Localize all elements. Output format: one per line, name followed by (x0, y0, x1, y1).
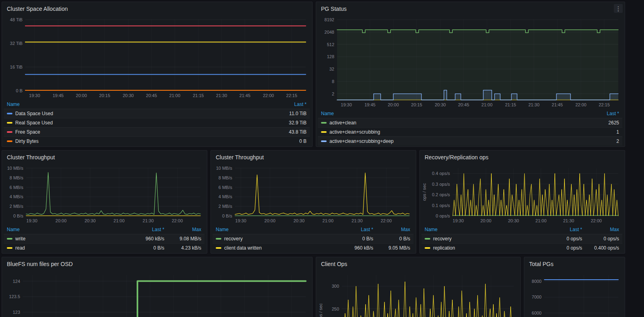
client-ops-chart[interactable]: 20025030019:3020:0020:3021:0021:3022:00o… (318, 271, 518, 317)
legend-col-name[interactable]: Name (321, 111, 575, 116)
legend-row: read 0 B/s 4.23 kB/s (4, 243, 204, 252)
legend-header: Name Last * Max (421, 225, 622, 234)
series-last-value: 960 kB/s (329, 245, 373, 251)
legend-header: Name Last * Max (213, 225, 413, 234)
series-name[interactable]: active+clean (329, 120, 356, 126)
pg-status-chart[interactable]: 28321285122048819219:3019:4520:0020:1520… (318, 16, 622, 109)
legend-row: active+clean+scrubbing 1 (318, 127, 622, 136)
series-name[interactable]: active+clean+scrubbing+deep (329, 138, 394, 144)
series-swatch[interactable] (216, 238, 221, 240)
series-swatch[interactable] (7, 122, 12, 124)
legend-col-name[interactable]: Name (216, 227, 329, 232)
series-max-value: 0.400 ops/s (582, 245, 619, 251)
series-swatch[interactable] (216, 247, 221, 249)
series-swatch[interactable] (321, 122, 327, 124)
panel-title[interactable]: Cluster Space Allocation (7, 6, 68, 12)
series-last-value: 960 kB/s (120, 236, 164, 242)
series-name[interactable]: replication (433, 245, 455, 251)
series-swatch[interactable] (321, 140, 327, 142)
cluster-throughput-rw-chart[interactable]: 0 B/s2 MB/s4 MB/s6 MB/s8 MB/s10 MB/s19:3… (4, 164, 204, 225)
cluster-space-chart[interactable]: 0 B16 TiB32 TiB48 TiB19:3019:4520:0020:1… (4, 16, 310, 100)
series-swatch[interactable] (7, 131, 12, 133)
svg-text:21:00: 21:00 (536, 218, 547, 223)
svg-text:19:30: 19:30 (27, 218, 38, 223)
svg-text:8192: 8192 (325, 17, 334, 22)
series-name[interactable]: recovery (433, 236, 452, 242)
series-swatch[interactable] (321, 131, 327, 133)
svg-text:8 MB/s: 8 MB/s (10, 175, 24, 180)
bluefs-num-files-chart[interactable]: 122122.5123123.512419:3019:4520:0020:152… (4, 271, 310, 317)
legend-header: Name Last * (4, 100, 310, 109)
svg-text:21:00: 21:00 (169, 93, 180, 98)
svg-text:6 MB/s: 6 MB/s (10, 185, 24, 190)
series-swatch[interactable] (7, 140, 12, 142)
series-name[interactable]: Dirty Bytes (15, 138, 39, 144)
svg-text:19:30: 19:30 (29, 93, 40, 98)
legend-col-last[interactable]: Last * (329, 227, 373, 232)
svg-text:ops / sec: ops / sec (422, 183, 427, 201)
series-swatch[interactable] (7, 113, 12, 114)
svg-text:2048: 2048 (325, 30, 334, 35)
legend-header: Name Last * (318, 109, 622, 118)
svg-text:21:30: 21:30 (216, 93, 227, 98)
series-max-value: 4.23 kB/s (164, 245, 201, 251)
panel-header: Client Ops (316, 257, 520, 271)
panel-title[interactable]: PG Status (321, 6, 347, 12)
svg-text:2: 2 (332, 91, 334, 96)
svg-text:0 ops/s: 0 ops/s (436, 213, 450, 218)
series-name[interactable]: active+clean+scrubbing (329, 129, 380, 135)
svg-text:20:45: 20:45 (146, 93, 157, 98)
svg-text:21:15: 21:15 (193, 93, 204, 98)
panel-title[interactable]: Total PGs (529, 261, 554, 267)
series-last-value: 43.8 TiB (262, 129, 307, 135)
series-swatch[interactable] (425, 238, 430, 240)
svg-text:48 TiB: 48 TiB (10, 17, 22, 22)
svg-text:20:30: 20:30 (435, 102, 446, 107)
svg-text:16 TiB: 16 TiB (10, 65, 22, 69)
panel-client-ops: Client Ops 20025030019:3020:0020:3021:00… (316, 257, 521, 317)
legend-col-name[interactable]: Name (425, 227, 538, 232)
series-name[interactable]: write (15, 236, 25, 242)
panel-title[interactable]: Cluster Throughput (7, 154, 55, 161)
svg-text:0.3 ops/s: 0.3 ops/s (432, 182, 450, 187)
series-last-value: 0 B/s (120, 245, 164, 251)
panel-title[interactable]: BlueFS num files per OSD (7, 261, 73, 267)
legend: Name Last * Data Space Used 11.0 TiB Rea… (4, 100, 310, 146)
panel-title[interactable]: Client Ops (321, 261, 347, 267)
legend-col-max[interactable]: Max (373, 227, 410, 232)
legend-col-name[interactable]: Name (7, 227, 120, 232)
legend-col-last[interactable]: Last * (262, 102, 307, 107)
svg-text:124: 124 (13, 279, 20, 284)
series-swatch[interactable] (425, 247, 430, 249)
svg-text:32: 32 (329, 67, 334, 71)
legend-col-name[interactable]: Name (7, 102, 262, 107)
legend-col-last[interactable]: Last * (120, 227, 164, 232)
series-swatch[interactable] (7, 247, 12, 249)
series-last-value: 1 (575, 129, 619, 135)
panel-header: Recovery/Replication ops (420, 150, 625, 164)
series-last-value: 0 B (262, 138, 307, 144)
panel-title[interactable]: Cluster Throughput (216, 154, 264, 161)
legend-col-last[interactable]: Last * (538, 227, 582, 232)
svg-text:0.2 ops/s: 0.2 ops/s (432, 192, 450, 197)
series-swatch[interactable] (7, 238, 12, 240)
series-name[interactable]: read (15, 245, 25, 251)
svg-text:19:45: 19:45 (53, 93, 64, 98)
series-name[interactable]: Data Space Used (15, 111, 53, 116)
cluster-throughput-client-chart[interactable]: 0 B/s2 MB/s4 MB/s6 MB/s8 MB/s10 MB/s19:3… (213, 164, 413, 225)
svg-text:8000: 8000 (532, 279, 542, 284)
series-name[interactable]: Free Space (15, 129, 40, 135)
series-name[interactable]: Real Space Used (15, 120, 53, 126)
legend-header: Name Last * Max (4, 225, 204, 234)
total-pgs-chart[interactable]: 4000500060007000800020:0021:0022:00 (526, 271, 622, 317)
legend-col-max[interactable]: Max (164, 227, 201, 232)
series-name[interactable]: client data written (224, 245, 262, 251)
legend-col-last[interactable]: Last * (575, 111, 619, 116)
panel-header: Cluster Throughput (211, 150, 416, 164)
series-name[interactable]: recovery (224, 236, 243, 242)
legend-col-max[interactable]: Max (582, 227, 619, 232)
panel-title[interactable]: Recovery/Replication ops (425, 154, 489, 161)
recovery-replication-ops-chart[interactable]: 0 ops/s0.1 ops/s0.2 ops/s0.3 ops/s0.4 op… (421, 164, 622, 225)
svg-text:20:30: 20:30 (85, 218, 96, 223)
panel-menu-icon[interactable]: ⋮ (614, 4, 623, 13)
